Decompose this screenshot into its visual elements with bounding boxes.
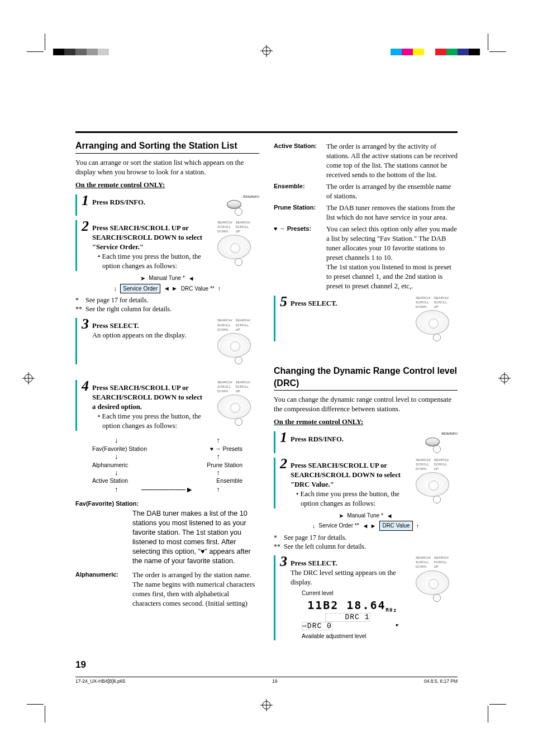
- remote-pad-icon: [416, 310, 449, 335]
- flow-active: Active Station: [92, 477, 128, 484]
- step-bar: [274, 431, 275, 453]
- step-5: 5 Press SELECT. SEARCH/ SCROLL DOWNSEARC…: [274, 296, 458, 341]
- def-term-active: Active Station:: [274, 142, 323, 180]
- drc-step-2-title: Press SEARCH/SCROLL UP or SEARCH/SCROLL …: [291, 462, 401, 488]
- step-bar: [75, 194, 77, 216]
- cycle-manual: Manual Tune *: [149, 274, 185, 282]
- arrow-up-icon: ↑: [217, 453, 221, 460]
- step-4: 4 Press SEARCH/SCROLL UP or SEARCH/SCROL…: [75, 380, 259, 431]
- arrow-icon: ➤: [140, 274, 145, 283]
- step-3: 3 Press SELECT. An option appears on the…: [75, 318, 259, 364]
- step-number: 1: [82, 194, 89, 207]
- definition-ensemble: Ensemble: The order is arranged by the e…: [274, 182, 458, 201]
- step-3-body: An option appears on the display.: [92, 331, 207, 340]
- lcd-line-2: ⇨DRC 0: [302, 622, 332, 631]
- cycle-drc-box: DRC Value: [379, 521, 412, 531]
- arrow-up-icon: ↑: [217, 469, 221, 477]
- scroll-down-label: SEARCH/ SCROLL DOWN: [217, 220, 235, 234]
- footer-date: 04.8.5, 6:17 PM: [424, 678, 458, 684]
- drc-option-cycle-row: ↓ Service Order ** ◄ ► DRC Value ↑: [274, 521, 458, 531]
- arrow-down-icon: ↓: [114, 284, 117, 293]
- arrow-up-icon: ↑: [218, 284, 221, 293]
- step-2-title: Press SEARCH/SCROLL UP or SEARCH/SCROLL …: [92, 224, 202, 251]
- right-column: Active Station: The order is arranged by…: [274, 140, 458, 641]
- step-number: 2: [82, 220, 89, 232]
- drc-step-3-body: The DRC level setting appears on the dis…: [291, 568, 405, 587]
- def-desc-ensemble: The order is arranged by the ensemble na…: [326, 182, 458, 201]
- remote-pad-icon: [217, 394, 251, 419]
- drc-footnote-2: ** See the left column for details.: [283, 542, 458, 551]
- remote-tail-icon: [235, 418, 242, 426]
- color-swatch: [53, 49, 64, 55]
- footer-file: 17-24_UX-HB4[B]6.p65: [75, 678, 125, 684]
- arrow-icon: ◄: [387, 512, 393, 520]
- definition-fav: Fav(Favorite) Station: The DAB tuner mak…: [75, 500, 259, 568]
- step-4-bullet: • Each time you press the button, the op…: [98, 412, 207, 431]
- section-heading-arranging: Arranging and Sorting the Station List: [75, 140, 259, 152]
- remote-pad-icon: [416, 472, 449, 497]
- lcd-current-label: Current level: [302, 589, 405, 597]
- arrow-up-icon: ↑: [115, 484, 118, 495]
- color-swatch: [435, 49, 446, 55]
- step-4-title: Press SEARCH/SCROLL UP or SEARCH/SCROLL …: [92, 384, 202, 411]
- lcd-available-label: Available adjustment level: [302, 633, 405, 640]
- arrow-down-icon: ↓: [115, 435, 118, 445]
- color-swatch: [120, 49, 131, 55]
- step-number: 2: [280, 458, 287, 470]
- remote-tail-icon: [433, 594, 441, 602]
- hand-pointer-icon: ☛: [396, 624, 399, 629]
- color-swatch: [413, 49, 424, 55]
- button-label-rds: RDS/INFO: [441, 431, 458, 436]
- cycle-drc: DRC Value **: [181, 285, 215, 293]
- color-bars-right: [391, 49, 480, 55]
- registration-mark-icon: [260, 45, 273, 57]
- step-number: 5: [280, 296, 287, 308]
- definition-prune: Prune Station: The DAB tuner removes the…: [274, 203, 458, 222]
- option-cycle: ➤ Manual Tune * ◄: [75, 274, 259, 283]
- color-swatch: [446, 49, 458, 55]
- def-term-alpha: Alphanumeric:: [75, 570, 129, 608]
- arrow-lr-icon: ◄ ►: [164, 284, 178, 293]
- crop-mark: [489, 704, 506, 705]
- arrow-up-icon: ↑: [216, 484, 220, 495]
- arrow-down-icon: ↓: [115, 453, 118, 460]
- step-3-title: Press SELECT.: [92, 322, 139, 330]
- color-swatch: [131, 49, 142, 55]
- step-1-text: Press RDS/INFO.: [92, 198, 145, 206]
- arrow-icon: ◄: [188, 274, 194, 283]
- def-desc-fav: The DAB tuner makes a list of the 10 sta…: [132, 509, 259, 566]
- section-rule: [75, 153, 259, 154]
- crop-mark: [27, 51, 44, 52]
- drc-intro: You can change the dynamic range control…: [274, 395, 458, 414]
- arrow-down-icon: ↓: [115, 469, 118, 477]
- arrow-lr-icon: ◄ ►: [363, 522, 377, 530]
- color-swatch: [458, 49, 469, 55]
- print-footer: 17-24_UX-HB4[B]6.p65 19 04.8.5, 6:17 PM: [75, 677, 458, 684]
- crop-mark: [489, 51, 506, 52]
- remote-tail-icon: [235, 258, 242, 266]
- button-label-rds: RDS/INFO: [243, 194, 259, 199]
- step-bar: [274, 296, 275, 341]
- arrow-down-icon: ↓: [312, 522, 316, 530]
- flow-ensemble: Ensemble: [216, 477, 242, 484]
- step-number: 3: [82, 318, 89, 330]
- step-bar: [75, 380, 77, 431]
- top-rule: [75, 131, 458, 133]
- step-bar: [274, 555, 275, 640]
- page-number: 19: [75, 659, 86, 671]
- remote-tail-icon: [433, 445, 441, 453]
- def-desc-alpha: The order is arranged by the station nam…: [132, 570, 259, 608]
- page-body: Arranging and Sorting the Station List Y…: [56, 64, 477, 692]
- drc-step-2: 2 Press SEARCH/SCROLL UP or SEARCH/SCROL…: [274, 458, 458, 508]
- remote-pad-icon: [217, 235, 251, 259]
- crop-mark: [488, 34, 488, 50]
- crop-mark: [27, 704, 44, 705]
- step-2: 2 Press SEARCH/SCROLL UP or SEARCH/SCROL…: [75, 220, 259, 271]
- remote-only-label: On the remote control ONLY:: [274, 417, 458, 427]
- flow-alpha: Alphanumeric: [92, 461, 128, 469]
- crop-mark: [45, 706, 45, 722]
- option-cycle-row: ↓ Service Order ◄ ► DRC Value ** ↑: [75, 284, 259, 294]
- color-swatch: [109, 49, 120, 55]
- definition-alpha: Alphanumeric: The order is arranged by t…: [75, 570, 259, 608]
- flow-prune: Prune Station: [207, 461, 242, 469]
